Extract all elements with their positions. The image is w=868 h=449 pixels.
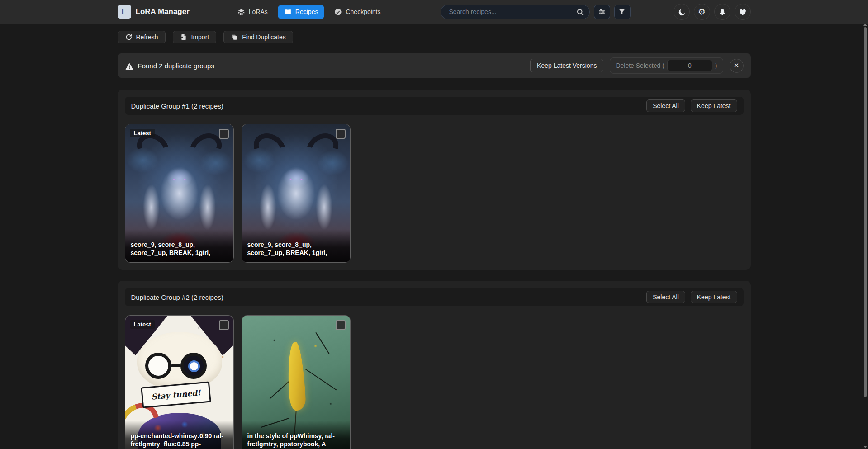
group-1-select-all-button[interactable]: Select All [646, 99, 685, 112]
group-2-keep-latest-button[interactable]: Keep Latest [691, 291, 737, 303]
group-2-cards: Stay tuned! Latest pp-enchanted-whimsy:0… [125, 315, 744, 449]
find-duplicates-button[interactable]: Find Duplicates [223, 31, 293, 43]
funnel-icon [618, 8, 626, 16]
nav-tab-checkpoints[interactable]: Checkpoints [328, 5, 387, 19]
moon-icon [678, 8, 685, 16]
toolbar: Refresh Import Find Duplicates [118, 31, 751, 43]
stay-tuned-sign: Stay tuned! [141, 381, 211, 408]
app-header: L LoRA Manager LoRAs Recipes Checkpoint [0, 0, 868, 24]
art-detail [145, 353, 171, 379]
refresh-label: Refresh [136, 33, 158, 41]
art-detail [190, 362, 198, 370]
refresh-icon [125, 33, 133, 41]
recipe-card[interactable]: Latest score_9, score_8_up, score_7_up, … [125, 124, 234, 263]
group-1-cards: Latest score_9, score_8_up, score_7_up, … [125, 124, 744, 263]
vertical-scrollbar[interactable] [863, 24, 867, 449]
card-prompt: score_9, score_8_up, score_7_up, BREAK, … [125, 229, 233, 262]
book-icon [284, 8, 292, 16]
card-checkbox[interactable] [336, 129, 346, 139]
import-icon [180, 33, 188, 41]
card-checkbox[interactable] [336, 320, 346, 330]
notifications-button[interactable] [714, 4, 730, 20]
nav-tab-loras[interactable]: LoRAs [231, 5, 274, 19]
layers-icon [237, 8, 245, 16]
latest-badge: Latest [130, 129, 155, 137]
group-2-header: Duplicate Group #2 (2 recipes) Select Al… [125, 288, 744, 306]
card-prompt: pp-enchanted-whimsy:0.90 ral-frctlgmtry_… [125, 421, 233, 449]
find-duplicates-label: Find Duplicates [242, 33, 286, 41]
recipe-card[interactable]: in the style of ppWhimsy, ral-frctlgmtry… [242, 315, 351, 449]
group-2-title: Duplicate Group #2 (2 recipes) [131, 293, 223, 301]
group-1-title: Duplicate Group #1 (2 recipes) [131, 102, 223, 110]
heart-icon [739, 8, 746, 16]
bell-icon [718, 8, 726, 16]
scrollbar-down-arrow[interactable] [863, 446, 867, 448]
nav-tab-loras-label: LoRAs [249, 8, 268, 15]
recipe-card[interactable]: score_9, score_8_up, score_7_up, BREAK, … [242, 124, 351, 263]
copy-icon [231, 33, 238, 41]
settings-button[interactable]: ⚙ [694, 4, 710, 20]
app-title: LoRA Manager [136, 7, 190, 16]
delete-selected-prefix: Delete Selected ( [616, 62, 664, 69]
art-detail [248, 128, 291, 168]
card-prompt: score_9, score_8_up, score_7_up, BREAK, … [242, 229, 350, 262]
group-2-select-all-button[interactable]: Select All [646, 291, 685, 303]
keep-latest-versions-button[interactable]: Keep Latest Versions [530, 59, 603, 72]
search-input[interactable] [448, 8, 576, 16]
scrollbar-thumb[interactable] [864, 27, 867, 397]
duplicate-group-panel-1: Duplicate Group #1 (2 recipes) Select Al… [118, 90, 751, 270]
nav-tab-recipes-label: Recipes [295, 8, 318, 15]
import-label: Import [191, 33, 209, 41]
scrollbar-up-arrow[interactable] [863, 24, 867, 26]
banner-message: Found 2 duplicate groups [138, 62, 214, 70]
art-detail [315, 332, 329, 354]
card-checkbox[interactable] [219, 129, 229, 139]
nav-tab-recipes[interactable]: Recipes [278, 5, 325, 19]
recipe-card[interactable]: Stay tuned! Latest pp-enchanted-whimsy:0… [125, 315, 234, 449]
theme-toggle-button[interactable] [674, 4, 690, 20]
refresh-button[interactable]: Refresh [118, 31, 166, 43]
delete-selected-suffix: ) [715, 62, 717, 69]
art-detail [180, 353, 207, 379]
sliders-icon [598, 8, 606, 16]
art-detail [304, 369, 337, 391]
app-logo: L [118, 5, 131, 19]
filter-button[interactable] [614, 5, 631, 19]
search-options-button[interactable] [594, 5, 610, 19]
check-circle-icon [334, 8, 342, 16]
main-nav: LoRAs Recipes Checkpoints [231, 5, 387, 19]
search-icon[interactable] [576, 8, 584, 16]
group-1-header: Duplicate Group #1 (2 recipes) Select Al… [125, 97, 744, 115]
logo-letter: L [122, 7, 127, 17]
nav-tab-checkpoints-label: Checkpoints [346, 8, 380, 15]
close-icon: ✕ [734, 61, 740, 70]
duplicate-group-panel-2: Duplicate Group #2 (2 recipes) Select Al… [118, 281, 751, 449]
art-detail [171, 364, 181, 367]
duplicates-banner: Found 2 duplicate groups Keep Latest Ver… [118, 53, 751, 78]
latest-badge: Latest [130, 320, 155, 329]
warning-icon [125, 62, 133, 70]
group-1-keep-latest-button[interactable]: Keep Latest [691, 99, 737, 112]
gear-icon: ⚙ [698, 8, 706, 16]
search-area [441, 5, 631, 19]
selected-count-input[interactable] [667, 60, 712, 71]
close-banner-button[interactable]: ✕ [730, 59, 744, 73]
import-button[interactable]: Import [173, 31, 217, 43]
support-button[interactable] [735, 4, 751, 20]
search-box [441, 5, 590, 19]
header-actions: ⚙ [674, 4, 751, 20]
delete-selected-button[interactable]: Delete Selected ( ) [610, 57, 723, 74]
art-detail [286, 341, 306, 411]
card-checkbox[interactable] [219, 320, 229, 330]
card-prompt: in the style of ppWhimsy, ral-frctlgmtry… [242, 421, 350, 449]
